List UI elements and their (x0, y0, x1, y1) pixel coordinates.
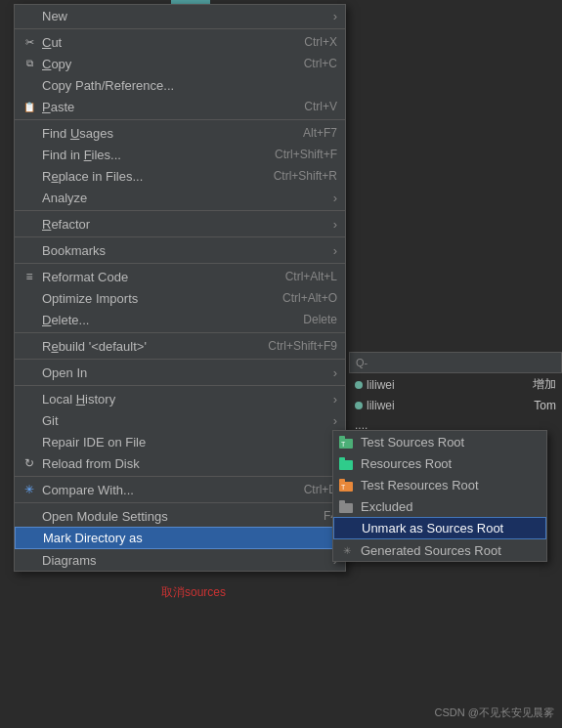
search-icon: Q- (356, 357, 367, 368)
menu-item-paste-label: Paste (42, 100, 74, 114)
menu-item-find-in-files[interactable]: Find in Files... Ctrl+Shift+F (15, 144, 345, 165)
menu-item-cut-label: Cut (42, 35, 62, 50)
menu-item-optimize-imports-label: Optimize Imports (42, 291, 138, 306)
menu-item-new-label: New (42, 9, 67, 23)
menu-item-reload-from-disk-label: Reload from Disk (42, 456, 140, 471)
menu-item-repair-ide[interactable]: Repair IDE on File (15, 431, 345, 452)
optimize-imports-shortcut: Ctrl+Alt+O (263, 291, 337, 305)
menu-item-bookmarks-label: Bookmarks (42, 243, 106, 258)
separator-3 (15, 210, 345, 211)
menu-item-cut[interactable]: ✂ Cut Ctrl+X (15, 31, 345, 53)
new-arrow-icon: › (314, 9, 337, 23)
menu-item-bookmarks[interactable]: Bookmarks › (15, 239, 345, 261)
submenu-item-resources-root[interactable]: Resources Root (333, 452, 546, 474)
search-bar: Q- (349, 352, 562, 373)
menu-item-delete-label: Delete... (42, 313, 89, 327)
menu-item-copy[interactable]: ⧉ Copy Ctrl+C (15, 53, 345, 74)
menu-item-mark-directory-as[interactable]: Mark Directory as › (15, 527, 345, 549)
menu-item-mark-directory-as-label: Mark Directory as (43, 531, 143, 545)
menu-item-replace-in-files[interactable]: Replace in Files... Ctrl+Shift+R (15, 165, 345, 187)
reload-icon: ↻ (21, 456, 38, 470)
menu-item-reload-from-disk[interactable]: ↻ Reload from Disk (15, 452, 345, 474)
svg-rect-4 (339, 457, 345, 461)
separator-9 (15, 476, 345, 477)
menu-item-optimize-imports[interactable]: Optimize Imports Ctrl+Alt+O (15, 287, 345, 309)
svg-text:T: T (341, 441, 346, 448)
submenu-item-resources-root-label: Resources Root (361, 456, 452, 471)
menu-item-open-module-settings-label: Open Module Settings (42, 509, 168, 524)
list-item-liliwei-1-text: liliwei (367, 378, 395, 392)
menu-item-open-in-label: Open In (42, 365, 87, 380)
menu-item-git[interactable]: Git › (15, 409, 345, 431)
find-usages-shortcut: Alt+F7 (283, 126, 337, 140)
svg-text:T: T (341, 484, 346, 491)
right-panel: Q- liliwei 增加 liliwei Tom .... (349, 352, 562, 435)
submenu-item-test-sources-root-label: Test Sources Root (361, 435, 464, 450)
menu-item-open-module-settings[interactable]: Open Module Settings F4 (15, 505, 345, 527)
menu-item-refactor-label: Refactor (42, 217, 90, 232)
replace-in-files-shortcut: Ctrl+Shift+R (254, 169, 337, 183)
menu-item-rebuild[interactable]: Rebuild '<default>' Ctrl+Shift+F9 (15, 335, 345, 357)
menu-item-new[interactable]: New › (15, 5, 345, 26)
local-history-arrow-icon: › (314, 392, 337, 407)
context-menu: New › ✂ Cut Ctrl+X ⧉ Copy Ctrl+C Copy Pa… (14, 4, 346, 572)
separator-2 (15, 119, 345, 120)
menu-item-copy-path[interactable]: Copy Path/Reference... (15, 74, 345, 96)
menu-item-compare-with[interactable]: ✳ Compare With... Ctrl+D (15, 479, 345, 500)
submenu-item-excluded[interactable]: Excluded (333, 495, 546, 517)
menu-item-copy-label: Copy (42, 57, 71, 71)
menu-item-reformat-code-label: Reformat Code (42, 270, 128, 284)
bookmarks-arrow-icon: › (314, 243, 337, 258)
submenu-item-test-sources-root[interactable]: T Test Sources Root (333, 431, 546, 452)
menu-item-diagrams-label: Diagrams (42, 553, 97, 568)
menu-item-reformat-code[interactable]: ≡ Reformat Code Ctrl+Alt+L (15, 266, 345, 287)
separator-10 (15, 502, 345, 503)
test-sources-root-icon: T (337, 436, 357, 449)
menu-item-find-usages[interactable]: Find Usages Alt+F7 (15, 122, 345, 144)
reformat-icon: ≡ (21, 270, 38, 283)
menu-item-analyze[interactable]: Analyze › (15, 187, 345, 208)
list-item-liliwei-2[interactable]: liliwei Tom (349, 396, 562, 415)
list-item-liliwei-2-text: liliwei (367, 399, 395, 412)
separator-4 (15, 236, 345, 237)
submenu-item-generated-sources-root-label: Generated Sources Root (361, 543, 501, 558)
list-item-add-text: 增加 (533, 376, 556, 393)
svg-rect-8 (339, 503, 353, 513)
watermark-text: CSDN @不见长安见晨雾 (435, 706, 554, 720)
open-in-arrow-icon: › (314, 365, 337, 380)
separator-7 (15, 359, 345, 360)
menu-item-open-in[interactable]: Open In › (15, 362, 345, 383)
paste-icon: 📋 (21, 102, 38, 112)
separator-6 (15, 332, 345, 333)
find-in-files-shortcut: Ctrl+Shift+F (255, 148, 337, 161)
paste-shortcut: Ctrl+V (284, 100, 337, 113)
menu-item-refactor[interactable]: Refactor › (15, 213, 345, 235)
menu-item-delete[interactable]: Delete... Delete (15, 309, 345, 330)
menu-item-diagrams[interactable]: Diagrams › (15, 549, 345, 571)
reformat-code-shortcut: Ctrl+Alt+L (266, 270, 337, 283)
submenu-item-test-resources-root[interactable]: T Test Resources Root (333, 474, 546, 495)
submenu-item-excluded-label: Excluded (361, 499, 412, 514)
menu-item-paste[interactable]: 📋 Paste Ctrl+V (15, 96, 345, 117)
menu-item-local-history[interactable]: Local History › (15, 388, 345, 409)
delete-shortcut: Delete (283, 313, 337, 326)
dot-icon-2 (355, 402, 363, 409)
compare-with-shortcut: Ctrl+D (284, 483, 337, 496)
menu-item-compare-with-label: Compare With... (42, 483, 134, 497)
git-arrow-icon: › (314, 413, 337, 428)
submenu-item-unmark-sources-root[interactable]: Unmark as Sources Root (333, 517, 546, 539)
submenu: T Test Sources Root Resources Root T Tes… (332, 430, 547, 562)
copy-icon: ⧉ (21, 58, 38, 69)
menu-item-rebuild-label: Rebuild '<default>' (42, 339, 147, 354)
list-item-liliwei-1[interactable]: liliwei 增加 (349, 373, 562, 396)
cut-shortcut: Ctrl+X (284, 35, 337, 49)
submenu-item-generated-sources-root[interactable]: ✳ Generated Sources Root (333, 539, 546, 561)
excluded-icon (337, 500, 357, 513)
menu-item-analyze-label: Analyze (42, 191, 87, 205)
svg-rect-3 (339, 460, 353, 470)
separator-1 (15, 28, 345, 29)
compare-icon: ✳ (21, 483, 38, 496)
resources-root-icon (337, 457, 357, 470)
separator-5 (15, 263, 345, 264)
separator-8 (15, 385, 345, 386)
